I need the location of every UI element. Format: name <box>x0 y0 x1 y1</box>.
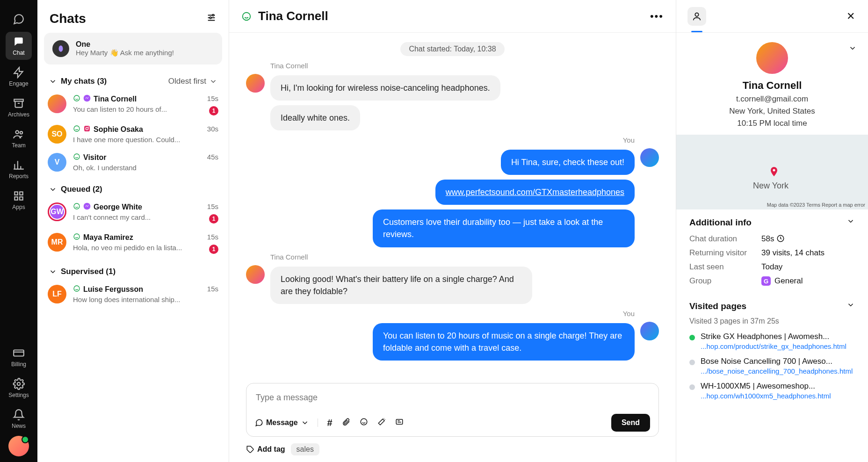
chat-time: 15s <box>207 94 218 102</box>
location-map[interactable]: New York Map data ©2023 Terms Report a m… <box>676 135 868 209</box>
chat-row[interactable]: LF Luise Fergusson How long does interna… <box>37 280 229 308</box>
one-subtitle: Hey Marty 👋 Ask me anything! <box>76 49 174 57</box>
profile-collapse[interactable] <box>848 44 857 54</box>
conversation-panel: Tina Cornell ••• Chat started: Today, 10… <box>229 0 676 462</box>
svg-rect-4 <box>20 192 22 195</box>
avatar: LF <box>48 285 66 303</box>
avatar: GW <box>48 202 66 221</box>
chat-row[interactable]: GW George White I can't connect my card.… <box>37 198 229 228</box>
kv-returning-k: Returning visitor <box>689 248 755 258</box>
svg-point-24 <box>243 12 251 20</box>
svg-point-25 <box>361 419 367 425</box>
svg-rect-5 <box>14 197 17 200</box>
chat-name: George White <box>94 203 142 211</box>
message-input[interactable] <box>255 390 650 405</box>
smile-icon <box>73 94 80 104</box>
nav-speech[interactable] <box>6 9 32 29</box>
nav-archives[interactable]: Archives <box>6 94 32 122</box>
chat-preview: How long does international ship... <box>73 296 190 303</box>
magic-button[interactable] <box>377 418 386 428</box>
chat-preview: I can't connect my card... <box>73 213 190 221</box>
add-tag-button[interactable]: Add tag <box>246 445 285 454</box>
composer: Message # Send <box>246 383 659 437</box>
section-queued-label: Queued (2) <box>61 185 102 194</box>
message-bubble: Hi, I'm looking for wireless noise-cance… <box>270 75 500 101</box>
nav-engage[interactable]: Engage <box>6 63 32 91</box>
chevron-down-icon <box>209 77 217 86</box>
chat-time: 45s <box>207 153 218 161</box>
visited-url: ...hop.com/product/strike_gx_headphones.… <box>701 342 855 350</box>
one-assistant-card[interactable]: One Hey Marty 👋 Ask me anything! <box>44 33 222 65</box>
nav-engage-label: Engage <box>9 80 28 87</box>
message-type-label: Message <box>266 419 298 427</box>
additional-collapse[interactable] <box>846 217 855 228</box>
svg-point-2 <box>20 131 22 134</box>
me-avatar[interactable] <box>8 436 29 456</box>
visited-url: .../bose_noise_cancelling_700_headphones… <box>701 367 855 375</box>
chat-row[interactable]: SO Sophie Osaka I have one more question… <box>37 120 229 148</box>
visited-page[interactable]: Strike GX Headphones | Awomesh... ...hop… <box>689 332 855 350</box>
nav-apps[interactable]: Apps <box>6 186 32 214</box>
attachment-button[interactable] <box>342 418 350 428</box>
user-icon <box>692 11 702 22</box>
status-dot <box>689 360 695 365</box>
section-mychats-toggle[interactable]: My chats (3) <box>49 77 107 86</box>
message-link[interactable]: www.perfectsound.com/GTXmasterheadphones <box>446 188 624 197</box>
hash-button[interactable]: # <box>327 418 333 428</box>
unread-badge: 1 <box>209 214 218 224</box>
chevron-down-icon <box>49 267 57 276</box>
status-dot <box>689 335 695 340</box>
chat-preview: Oh, ok. I understand <box>73 164 190 172</box>
nav-archives-label: Archives <box>8 111 29 118</box>
chat-row[interactable]: V Visitor Oh, ok. I understand 45s <box>37 148 229 176</box>
profile-email: t.cornell@gmail.com <box>689 94 855 104</box>
section-supervised-toggle[interactable]: Supervised (1) <box>49 267 116 276</box>
message-bubble: Customers love their durability too — ju… <box>373 209 635 247</box>
nav-apps-label: Apps <box>12 204 25 210</box>
message-avatar <box>640 148 659 167</box>
svg-point-19 <box>74 154 80 159</box>
nav-news-label: News <box>12 423 26 429</box>
chat-name: Tina Cornell <box>94 95 137 103</box>
kv-group-k: Group <box>689 276 755 286</box>
message-bubble: Looking good! What's their battery life … <box>270 267 532 304</box>
sort-button[interactable]: Oldest first <box>168 77 217 86</box>
message-avatar <box>246 265 265 284</box>
nav-team[interactable]: Team <box>6 124 32 152</box>
message-type-button[interactable]: Message <box>255 419 318 427</box>
kv-group-v: GGeneral <box>761 276 855 286</box>
section-queued-toggle[interactable]: Queued (2) <box>49 185 102 194</box>
status-dot <box>689 384 695 390</box>
profile-tab[interactable] <box>687 7 706 26</box>
conversation-menu-button[interactable]: ••• <box>650 10 664 22</box>
smile-icon <box>73 153 80 162</box>
nav-reports[interactable]: Reports <box>6 155 32 183</box>
svg-point-1 <box>16 130 19 134</box>
nav-settings[interactable]: Settings <box>6 374 32 402</box>
nav-settings-label: Settings <box>8 392 29 398</box>
visited-page[interactable]: Bose Noise Cancelling 700 | Aweso... ...… <box>689 357 855 375</box>
close-panel-button[interactable]: ✕ <box>845 8 857 24</box>
nav-billing[interactable]: Billing <box>6 343 32 371</box>
visited-url: ...hop.com/wh1000xm5_headphones.html <box>701 392 855 400</box>
avatar: MR <box>48 233 66 252</box>
chat-time: 15s <box>207 233 218 241</box>
nav-news[interactable]: News <box>6 405 32 433</box>
visited-page[interactable]: WH-1000XM5 | Awesomeshop... ...hop.com/w… <box>689 382 855 400</box>
filter-button[interactable] <box>206 13 217 25</box>
nav-chat[interactable]: Chat <box>6 32 32 60</box>
canned-button[interactable] <box>395 418 404 428</box>
visited-title: Strike GX Headphones | Awomesh... <box>701 332 855 341</box>
message-avatar <box>640 322 659 340</box>
svg-point-12 <box>59 45 63 52</box>
send-button[interactable]: Send <box>611 414 650 432</box>
chat-row[interactable]: MR Maya Ramirez Hola, no veo mi pedido e… <box>37 228 229 259</box>
chat-row[interactable]: Tina Cornell You can listen to 20 hours … <box>37 90 229 120</box>
avatar <box>48 94 66 113</box>
tag-chip[interactable]: sales <box>291 443 319 455</box>
visited-collapse[interactable] <box>846 301 855 311</box>
sort-label: Oldest first <box>168 77 206 86</box>
unread-badge: 1 <box>209 106 218 116</box>
emoji-button[interactable] <box>360 418 368 428</box>
section-mychats-label: My chats (3) <box>61 77 107 86</box>
